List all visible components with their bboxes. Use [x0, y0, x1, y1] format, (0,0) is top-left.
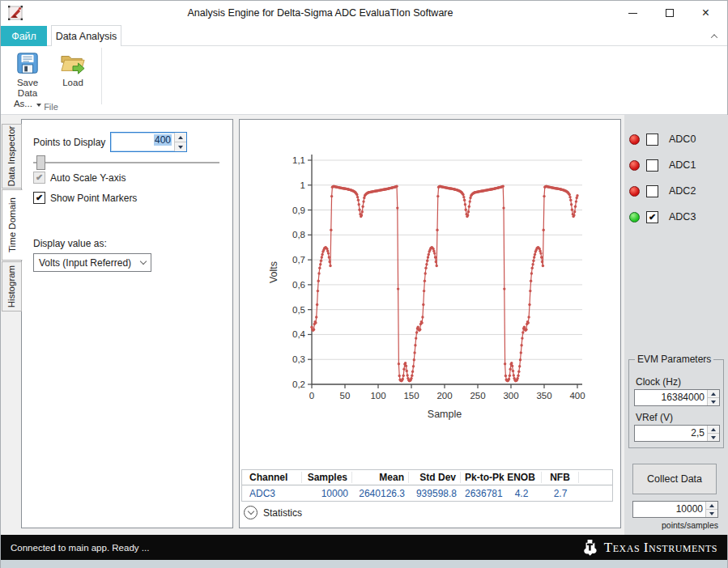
- svg-text:0,4: 0,4: [292, 329, 306, 339]
- checkbox-adc3[interactable]: ✔: [646, 211, 658, 223]
- channel-row-adc0: ADC0: [629, 133, 696, 146]
- checkbox-adc2[interactable]: [646, 185, 658, 197]
- svg-text:300: 300: [503, 391, 518, 401]
- load-button[interactable]: Load: [53, 49, 93, 90]
- svg-text:350: 350: [536, 391, 551, 401]
- checkbox-adc0[interactable]: [646, 134, 658, 146]
- maximize-button[interactable]: [651, 1, 688, 25]
- table-header-pk-to-pk: Pk-to-Pk: [461, 472, 501, 483]
- points-to-display-value[interactable]: 400: [154, 134, 172, 146]
- auto-scale-y-axis-checkbox: ✔: [33, 172, 45, 184]
- side-tab-label: Histogram: [7, 265, 17, 307]
- vref-spinner[interactable]: 2,5: [634, 425, 720, 442]
- slider-track[interactable]: [33, 162, 219, 163]
- led-green-icon: [629, 212, 640, 223]
- channel-label-adc1: ADC1: [669, 159, 696, 171]
- expander-circle[interactable]: [244, 506, 258, 519]
- table-cell-mean: 2640126.3: [352, 488, 409, 499]
- chart-panel: 0,20,30,40,50,60,70,80,911,1050100150200…: [239, 119, 621, 528]
- table-header-row: ChannelSamplesMeanStd DevPk-to-PkENOBNFB: [242, 470, 612, 485]
- vref-value[interactable]: 2,5: [635, 426, 707, 441]
- triangle-down-icon: [711, 436, 716, 439]
- load-label: Load: [62, 78, 83, 87]
- table-cell-samples: 10000: [302, 488, 352, 499]
- spin-down-button[interactable]: [708, 398, 719, 405]
- table-header-samples: Samples: [302, 472, 352, 483]
- auto-scale-y-axis-label: Auto Scale Y-axis: [50, 172, 126, 184]
- content-area: Data InspectorTime DomainHistogram Point…: [1, 115, 727, 535]
- svg-text:0,3: 0,3: [292, 354, 305, 364]
- spin-down-button[interactable]: [706, 510, 717, 517]
- svg-text:0,9: 0,9: [292, 206, 305, 215]
- status-bar: Connected to main app. Ready ... Texas I…: [1, 535, 727, 560]
- bottom-strip: [1, 560, 727, 568]
- table-cell-std-dev: 939598.8: [409, 488, 461, 499]
- triangle-down-icon: [709, 512, 714, 515]
- show-point-markers-checkbox[interactable]: ✔: [33, 192, 45, 204]
- minimize-button[interactable]: [615, 1, 651, 25]
- points-to-display-spinner[interactable]: 400: [110, 132, 187, 152]
- svg-text:100: 100: [370, 391, 385, 401]
- triangle-up-icon: [178, 136, 183, 139]
- checkbox-adc1[interactable]: [646, 159, 658, 172]
- table-header-nfb: NFB: [542, 472, 579, 483]
- clock-spinner[interactable]: 16384000: [634, 389, 720, 406]
- maximize-icon: [666, 9, 674, 17]
- chevron-up-icon: [711, 34, 717, 40]
- svg-text:400: 400: [569, 391, 585, 401]
- svg-text:250: 250: [470, 391, 485, 401]
- side-tab-time-domain[interactable]: Time Domain: [2, 189, 23, 261]
- channel-label-adc0: ADC0: [669, 134, 696, 145]
- close-button[interactable]: ×: [688, 1, 724, 25]
- points-samples-label: points/samples: [632, 520, 718, 530]
- channel-control-panel: ADC0ADC1ADC2✔ADC3 EVM Parameters Clock (…: [624, 115, 728, 535]
- svg-text:0,2: 0,2: [292, 379, 305, 389]
- triangle-up-icon: [711, 392, 716, 396]
- samples-value[interactable]: 10000: [633, 502, 705, 517]
- title-bar: Analysis Engine for Delta-Sigma ADC Eval…: [1, 1, 727, 25]
- side-tab-data-inspector[interactable]: Data Inspector: [2, 124, 22, 189]
- side-tab-histogram[interactable]: Histogram: [2, 261, 22, 312]
- display-value-combobox[interactable]: Volts (Input Referred): [33, 253, 151, 272]
- statistics-expander-label: Statistics: [263, 507, 302, 519]
- time-domain-settings-panel: Points to Display 400 ✔ Auto Scale Y-axi…: [21, 119, 233, 528]
- collect-data-button[interactable]: Collect Data: [632, 464, 717, 494]
- ribbon: Save Data As... Load File: [1, 46, 727, 115]
- spin-up-button[interactable]: [175, 133, 186, 142]
- ribbon-group-file-label: File: [1, 102, 101, 112]
- channel-label-adc2: ADC2: [669, 185, 696, 197]
- table-row[interactable]: ADC3100002640126.3939598.826367814.22.7: [242, 485, 612, 501]
- triangle-up-icon: [711, 428, 716, 431]
- table-cell-nfb: 2.7: [542, 488, 579, 499]
- channel-row-adc1: ADC1: [629, 159, 696, 172]
- collapse-ribbon-button[interactable]: [709, 32, 720, 41]
- table-cell-pk-to-pk: 2636781: [461, 488, 501, 499]
- side-tab-label: Time Domain: [7, 197, 17, 252]
- chevron-down-icon: [247, 508, 253, 515]
- channel-row-adc2: ADC2: [629, 184, 696, 197]
- svg-text:Volts: Volts: [268, 261, 279, 283]
- spin-down-button[interactable]: [175, 142, 186, 151]
- points-slider[interactable]: [33, 155, 219, 170]
- spin-up-button[interactable]: [706, 502, 717, 510]
- floppy-disk-icon: [15, 51, 40, 75]
- table-header-mean: Mean: [352, 472, 409, 483]
- channel-label-adc3: ADC3: [669, 211, 696, 223]
- tab-file[interactable]: Файл: [1, 26, 47, 46]
- statistics-expander[interactable]: Statistics: [244, 506, 302, 519]
- tab-data-analysis[interactable]: Data Analysis: [51, 25, 121, 47]
- samples-spinner[interactable]: 10000: [632, 501, 718, 518]
- table-cell-channel: ADC3: [245, 488, 302, 499]
- spin-up-button[interactable]: [708, 390, 719, 398]
- ti-logo: Texas Instruments: [582, 538, 717, 557]
- clock-value[interactable]: 16384000: [635, 390, 707, 405]
- slider-thumb[interactable]: [36, 155, 45, 170]
- show-point-markers-label: Show Point Markers: [50, 193, 137, 204]
- spin-up-button[interactable]: [708, 426, 719, 434]
- led-red-icon: [629, 134, 640, 145]
- spin-down-button[interactable]: [708, 434, 719, 441]
- evm-parameters-group: EVM Parameters Clock (Hz) 16384000 VRef …: [628, 359, 724, 448]
- clock-label: Clock (Hz): [636, 376, 681, 388]
- open-folder-icon: [59, 51, 87, 75]
- waveform-chart: 0,20,30,40,50,60,70,80,911,1050100150200…: [240, 120, 620, 466]
